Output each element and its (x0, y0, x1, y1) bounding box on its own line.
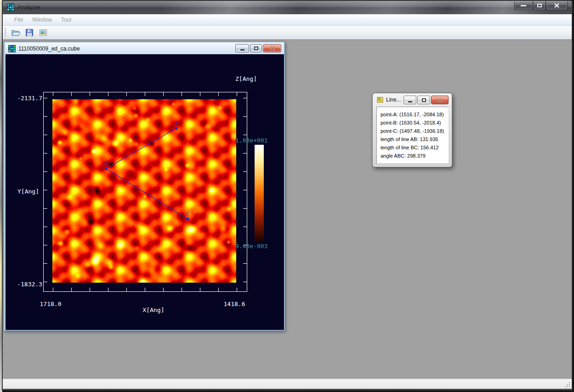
minimize-icon (521, 5, 526, 6)
close-icon (554, 3, 559, 8)
x-axis-ticks-bottom (44, 288, 247, 291)
cube-minimize-button[interactable] (235, 44, 249, 52)
z-axis-label: Z[Ang] (235, 75, 257, 82)
restore-icon (254, 46, 258, 50)
cube-window: 1110050009_ed_ca.cube ABC -2131.7 -1832.… (4, 41, 285, 331)
main-window-controls (514, 1, 568, 10)
save-floppy-icon (24, 28, 34, 38)
window-title: Analyzer (17, 4, 41, 11)
colorbar-min-label: 9.43e-003 (235, 243, 267, 250)
y-axis-label: Y[Ang] (17, 188, 39, 195)
point-a-readout: point-A: (1516.17, -2084.18) (381, 110, 449, 119)
colorbar-max-label: 1.03e+001 (235, 137, 267, 144)
angle-abc-readout: angle ABC: 298.379 (381, 152, 449, 160)
cube-restore-button[interactable] (250, 44, 262, 52)
open-file-button[interactable] (10, 27, 22, 38)
image-export-button[interactable] (37, 27, 49, 38)
dialog-restore-button[interactable] (417, 96, 430, 104)
x-axis-label: X[Ang] (141, 307, 166, 313)
line-dialog: Line... point-A: (1516.17, -2084.18) poi… (372, 93, 452, 167)
cube-window-title: 1110050009_ed_ca.cube (18, 45, 80, 52)
length-ab-readout: length of line AB: 131.935 (381, 135, 449, 143)
minimize-icon (240, 49, 244, 51)
y-axis-ticks-left (44, 92, 47, 291)
statusbar (3, 379, 572, 389)
cube-close-button[interactable] (263, 44, 281, 52)
menubar: File Window Tool (3, 14, 572, 26)
measure-line (106, 128, 188, 219)
image-icon (38, 28, 48, 38)
measure-point-A[interactable] (175, 127, 178, 130)
x-axis-left-tick-label: 1718.0 (38, 301, 63, 307)
line-dialog-title: Line... (386, 97, 401, 103)
measure-point-label-A: A (175, 120, 178, 126)
line-dialog-titlebar[interactable]: Line... (374, 94, 451, 105)
close-button[interactable] (546, 1, 568, 10)
point-c-readout: point-C: (1497.48, -1936.18) (381, 127, 449, 135)
measure-point-label-B: B (105, 161, 108, 167)
y-axis-top-tick-label: -2131.7 (15, 95, 42, 102)
line-dialog-icon (377, 97, 383, 103)
measure-point-label-C: C (186, 211, 189, 217)
x-axis-right-tick-label: 1418.6 (222, 301, 247, 307)
main-titlebar[interactable]: Analyzer (3, 1, 572, 14)
restore-icon (422, 98, 426, 102)
toolbar (3, 26, 572, 40)
minimize-button[interactable] (514, 1, 533, 10)
cube-window-controls (235, 44, 281, 52)
measure-point-C[interactable] (187, 218, 189, 221)
save-button[interactable] (23, 27, 35, 38)
line-dialog-controls (404, 96, 449, 104)
close-icon (270, 46, 275, 51)
dialog-minimize-button[interactable] (404, 96, 416, 104)
point-b-readout: point-B: (1630.54, -2018.4) (381, 119, 449, 127)
dialog-close-button[interactable] (431, 96, 449, 104)
cube-window-icon (8, 45, 16, 52)
app-icon (7, 4, 14, 11)
length-bc-readout: length of line BC: 156.412 (381, 143, 449, 152)
colorbar (255, 145, 264, 241)
maximize-button[interactable] (533, 1, 546, 10)
menu-window[interactable]: Window (28, 15, 57, 25)
cube-titlebar[interactable]: 1110050009_ed_ca.cube (5, 43, 284, 54)
x-axis-ticks-top (44, 92, 247, 96)
measure-overlay[interactable]: ABC (52, 99, 236, 283)
measurement-results: point-A: (1516.17, -2084.18) point-B: (1… (376, 107, 449, 164)
toolbar-grip[interactable] (5, 28, 6, 37)
minimize-icon (408, 101, 412, 102)
close-icon (438, 98, 443, 102)
maximize-icon (537, 4, 542, 7)
open-folder-icon (11, 28, 21, 38)
measure-point-B[interactable] (105, 167, 108, 170)
menu-file[interactable]: File (10, 15, 28, 25)
titlebar-gloss (3, 1, 572, 14)
y-axis-bottom-tick-label: -1832.3 (15, 281, 42, 288)
y-axis-ticks-right (243, 92, 247, 291)
resize-grip[interactable] (565, 382, 571, 388)
plot-panel: ABC -2131.7 -1832.3 Y[Ang] 1718.0 1418.6… (6, 54, 284, 330)
menu-tool[interactable]: Tool (57, 15, 76, 25)
